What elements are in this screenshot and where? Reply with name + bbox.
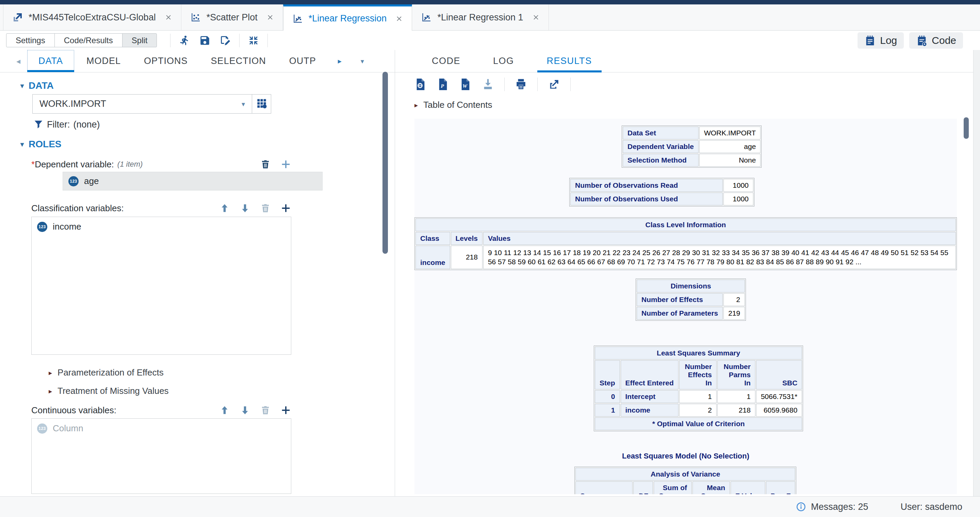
delete-icon[interactable]: [260, 203, 271, 214]
results-panel: CODELOGRESULTS PW ▸ Table of Contents Da…: [395, 50, 980, 496]
toolbar-divider: [239, 34, 240, 47]
table-cell: SBC: [756, 360, 802, 389]
tab-model[interactable]: MODEL: [76, 50, 132, 72]
view-mode-code-results[interactable]: Code/Results: [54, 33, 123, 47]
view-mode-split[interactable]: Split: [122, 33, 157, 47]
app-tab-label: *Linear Regression: [309, 13, 387, 24]
code-button[interactable]: Code: [909, 32, 963, 49]
table-row: Number of Effects2: [637, 293, 745, 306]
table-cell: 0: [595, 390, 620, 403]
collapse-icon[interactable]: [247, 34, 260, 47]
move-down-icon[interactable]: [240, 405, 250, 416]
print-icon[interactable]: [515, 78, 527, 91]
download-icon[interactable]: [482, 78, 494, 91]
table-cell: 1: [717, 390, 756, 403]
tab-data[interactable]: DATA: [27, 50, 74, 72]
word-icon[interactable]: W: [460, 78, 472, 91]
user-label: User: sasdemo: [900, 502, 962, 512]
move-down-icon[interactable]: [240, 203, 250, 214]
delete-icon[interactable]: [260, 405, 271, 416]
continuous-variables-row: Continuous variables:: [31, 405, 291, 416]
table-cell: Number Effects In: [679, 360, 717, 389]
add-icon[interactable]: [280, 159, 291, 170]
save-icon[interactable]: [198, 34, 211, 47]
selected-variable-item[interactable]: 123age: [63, 172, 323, 190]
close-icon[interactable]: [395, 15, 403, 22]
chevron-left-icon[interactable]: ◂: [16, 57, 21, 66]
move-up-icon[interactable]: [219, 203, 230, 214]
move-up-icon[interactable]: [219, 405, 230, 416]
close-icon[interactable]: [532, 14, 540, 21]
data-section-header[interactable]: ▾ DATA: [21, 80, 54, 91]
ods-table: DimensionsNumber of Effects2Number of Pa…: [636, 279, 746, 321]
choose-table-button[interactable]: [252, 94, 271, 114]
toolbar-divider: [170, 34, 170, 47]
view-mode-switch: SettingsCode/ResultsSplit: [6, 33, 157, 47]
app-tab[interactable]: *Linear Regression 1: [412, 5, 549, 30]
svg-text:P: P: [441, 83, 444, 89]
tab-log[interactable]: LOG: [484, 50, 524, 72]
table-row: Number of Observations Used1000: [570, 192, 753, 205]
tab-code[interactable]: CODE: [422, 50, 470, 72]
table-cell: income: [415, 246, 450, 269]
settings-scrollbar-thumb[interactable]: [382, 72, 388, 254]
view-mode-settings[interactable]: Settings: [6, 33, 55, 47]
ods-table: Number of Observations Read1000Number of…: [569, 178, 754, 206]
table-cell: Dependent Variable: [623, 140, 698, 153]
variable-name: age: [84, 176, 99, 186]
chevron-right-icon[interactable]: ▸: [338, 57, 342, 66]
collapsed-group-1[interactable]: ▸Treatment of Missing Values: [49, 386, 169, 396]
table-title-row: Least Squares Summary: [595, 347, 802, 360]
table-row: Dependent Variableage: [623, 140, 760, 153]
collapsed-group-0[interactable]: ▸Parameterization of Effects: [49, 367, 164, 378]
filter-row[interactable]: Filter: (none): [33, 119, 100, 130]
app-tab[interactable]: *Linear Regression: [283, 5, 412, 31]
filter-label: Filter:: [47, 119, 70, 130]
table-cell: age: [699, 140, 760, 153]
table-title-row: Analysis of Variance: [576, 468, 795, 481]
table-cell: 2: [679, 404, 717, 417]
messages-label: Messages: 25: [811, 502, 868, 512]
close-icon[interactable]: [266, 14, 274, 21]
tab-selection[interactable]: SELECTION: [200, 50, 277, 72]
table-cell: 1: [679, 390, 717, 403]
app-tab[interactable]: *MIS445TelcoExtraCSU-Global: [3, 5, 181, 30]
tab-options[interactable]: OPTIONS: [133, 50, 199, 72]
delete-icon[interactable]: [260, 159, 271, 170]
dataset-select[interactable]: WORK.IMPORT ▾: [32, 94, 252, 114]
app-tab[interactable]: *Scatter Plot: [181, 5, 283, 30]
add-icon[interactable]: [280, 203, 291, 214]
dependent-variable-label: *Dependent variable:: [31, 159, 114, 170]
table-cell: Least Squares Summary: [595, 347, 802, 360]
table-cell: None: [699, 154, 760, 167]
save-as-icon[interactable]: [219, 34, 232, 47]
classification-variables-list[interactable]: 123income: [31, 217, 291, 355]
table-cell: 219: [724, 307, 745, 320]
open-new-window-icon[interactable]: [548, 78, 560, 91]
collapsed-triangle-icon: ▸: [49, 387, 52, 395]
messages-status[interactable]: Messages: 25: [796, 502, 868, 512]
log-button-label: Log: [880, 35, 897, 46]
html-icon[interactable]: [414, 78, 427, 91]
log-button[interactable]: Log: [858, 32, 904, 49]
table-cell: Dimensions: [637, 279, 745, 292]
ods-table: Class Level InformationClassLevelsValues…: [414, 217, 957, 270]
close-icon[interactable]: [165, 14, 172, 21]
placeholder-variable: 123 Column: [32, 419, 291, 438]
roles-section-header[interactable]: ▾ ROLES: [21, 139, 62, 150]
results-scrollbar-thumb[interactable]: [964, 117, 969, 139]
toolbar-divider: [570, 78, 571, 91]
add-icon[interactable]: [280, 405, 291, 416]
tab-results[interactable]: RESULTS: [537, 50, 601, 72]
table-cell: F Value: [730, 481, 765, 494]
pdf-icon[interactable]: P: [437, 78, 449, 91]
variable-item[interactable]: 123income: [32, 217, 291, 236]
toolbar-divider: [537, 78, 538, 91]
chevron-down-icon[interactable]: ▾: [361, 57, 364, 65]
table-cell: 218: [717, 404, 756, 417]
run-icon[interactable]: [178, 34, 191, 47]
table-of-contents-toggle[interactable]: ▸ Table of Contents: [414, 100, 492, 110]
tab-outp[interactable]: OUTP: [278, 50, 327, 72]
continuous-variables-list[interactable]: 123 Column: [31, 419, 291, 494]
collapse-triangle-icon: ▾: [21, 82, 24, 90]
